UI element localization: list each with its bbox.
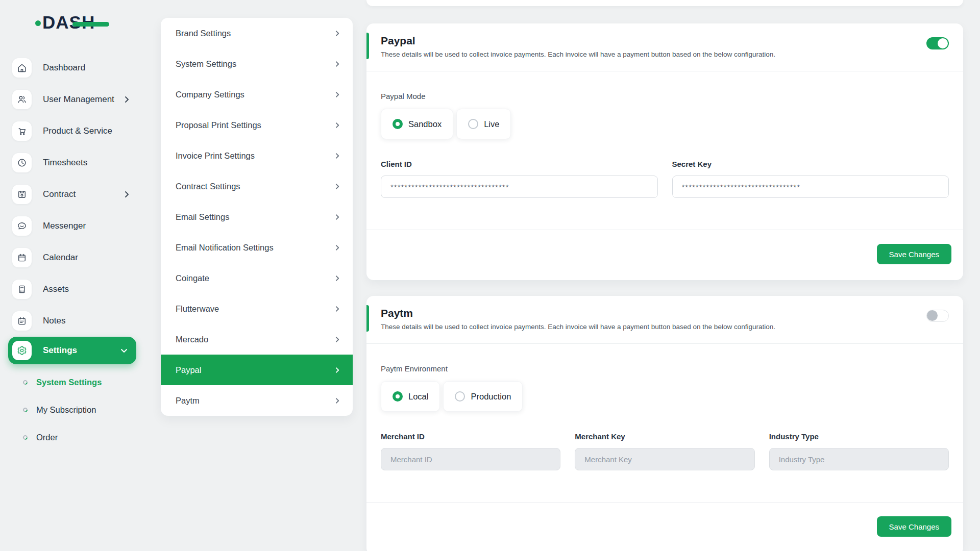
- secret-key-input[interactable]: [672, 176, 949, 198]
- sidebar-subitem-system-settings[interactable]: System Settings: [0, 368, 144, 396]
- menu-item-label: Proposal Print Settings: [176, 120, 261, 130]
- sidebar-item-label: Assets: [43, 284, 69, 294]
- radio-option-label: Local: [408, 392, 428, 402]
- menu-item-system-settings[interactable]: System Settings: [161, 48, 353, 79]
- sidebar-item-product-service[interactable]: Product & Service: [0, 115, 144, 147]
- save-changes-button[interactable]: Save Changes: [877, 516, 951, 537]
- sidebar-subitem-label: My Subscription: [36, 405, 96, 415]
- menu-item-label: Email Notification Settings: [176, 243, 274, 253]
- industry-type-input[interactable]: [769, 448, 949, 470]
- radio-option-label: Live: [484, 119, 499, 129]
- menu-item-invoice-print-settings[interactable]: Invoice Print Settings: [161, 140, 353, 171]
- menu-item-flutterwave[interactable]: Flutterwave: [161, 293, 353, 324]
- main-content: Paypal These details will be used to col…: [366, 0, 963, 551]
- client-id-input[interactable]: [381, 176, 658, 198]
- radio-option-sandbox[interactable]: Sandbox: [381, 109, 453, 139]
- radio-option-label: Production: [471, 392, 511, 402]
- sidebar-item-user-management[interactable]: User Management: [0, 84, 144, 115]
- menu-item-paytm[interactable]: Paytm: [161, 385, 353, 416]
- paypal-fields: Client ID Secret Key: [381, 160, 949, 198]
- chat-icon: [12, 216, 32, 236]
- paytm-enabled-toggle[interactable]: [926, 310, 949, 322]
- home-icon: [12, 58, 32, 78]
- menu-item-coingate[interactable]: Coingate: [161, 263, 353, 293]
- logo-bar-icon: [72, 22, 109, 27]
- sidebar-nav: Dashboard User Management Product & Serv…: [0, 52, 144, 451]
- chevron-right-icon: [335, 91, 339, 98]
- paypal-card: Paypal These details will be used to col…: [366, 23, 963, 280]
- bullet-icon: [22, 379, 29, 386]
- radio-selected-icon: [393, 119, 403, 129]
- merchant-key-label: Merchant Key: [575, 432, 754, 441]
- chevron-right-icon: [335, 214, 339, 220]
- menu-item-company-settings[interactable]: Company Settings: [161, 79, 353, 110]
- chevron-right-icon: [335, 153, 339, 159]
- merchant-id-field-group: Merchant ID: [381, 432, 560, 470]
- paytm-environment-label: Paytm Environment: [381, 364, 949, 373]
- radio-unselected-icon: [468, 119, 478, 129]
- gear-icon: [12, 341, 32, 360]
- sidebar-item-notes[interactable]: Notes: [0, 305, 144, 337]
- menu-item-proposal-print-settings[interactable]: Proposal Print Settings: [161, 110, 353, 140]
- menu-item-email-settings[interactable]: Email Settings: [161, 202, 353, 232]
- save-changes-button[interactable]: Save Changes: [877, 244, 951, 264]
- menu-item-paypal[interactable]: Paypal: [161, 355, 353, 385]
- chevron-right-icon: [335, 183, 339, 190]
- sidebar-item-timesheets[interactable]: Timesheets: [0, 147, 144, 179]
- chevron-down-icon: [120, 348, 128, 353]
- paytm-description: These details will be used to collect in…: [381, 323, 949, 331]
- menu-item-label: Mercado: [176, 335, 208, 344]
- sidebar-item-label: Product & Service: [43, 126, 112, 136]
- sidebar-item-label: Timesheets: [43, 158, 87, 168]
- sidebar-subitem-order[interactable]: Order: [0, 423, 144, 451]
- previous-card-bottom: [366, 0, 963, 6]
- industry-type-label: Industry Type: [769, 432, 949, 441]
- settings-subnav: System Settings My Subscription Order: [0, 368, 144, 451]
- paytm-card-header: Paytm These details will be used to coll…: [366, 296, 963, 344]
- sidebar-item-label: Messenger: [43, 221, 86, 231]
- menu-item-brand-settings[interactable]: Brand Settings: [161, 18, 353, 48]
- chevron-right-icon: [335, 306, 339, 312]
- sidebar-item-settings[interactable]: Settings: [8, 337, 136, 364]
- radio-option-local[interactable]: Local: [381, 381, 440, 412]
- sidebar-item-messenger[interactable]: Messenger: [0, 210, 144, 242]
- sidebar-item-calendar[interactable]: Calendar: [0, 242, 144, 273]
- toggle-knob: [938, 38, 948, 48]
- sidebar-item-label: User Management: [43, 94, 114, 105]
- menu-item-email-notification-settings[interactable]: Email Notification Settings: [161, 232, 353, 263]
- cart-icon: [12, 121, 32, 141]
- radio-option-production[interactable]: Production: [443, 381, 523, 412]
- sidebar-subitem-label: Order: [36, 433, 58, 442]
- calendar-icon: [12, 248, 32, 267]
- sidebar-subitem-my-subscription[interactable]: My Subscription: [0, 396, 144, 423]
- sidebar-item-assets[interactable]: Assets: [0, 273, 144, 305]
- chevron-right-icon: [335, 244, 339, 251]
- paypal-description: These details will be used to collect in…: [381, 51, 949, 58]
- menu-item-contract-settings[interactable]: Contract Settings: [161, 171, 353, 202]
- notes-icon: [12, 311, 32, 331]
- paypal-card-footer: Save Changes: [366, 230, 963, 278]
- paytm-title: Paytm: [381, 307, 949, 319]
- sidebar-item-label: Contract: [43, 189, 76, 199]
- merchant-id-label: Merchant ID: [381, 432, 560, 441]
- sidebar-item-dashboard[interactable]: Dashboard: [0, 52, 144, 84]
- sidebar: DASH Dashboard User Management Product &…: [0, 0, 144, 551]
- menu-item-label: Email Settings: [176, 212, 229, 222]
- radio-option-live[interactable]: Live: [456, 109, 511, 139]
- menu-item-mercado[interactable]: Mercado: [161, 324, 353, 355]
- chevron-right-icon: [125, 191, 129, 198]
- chevron-right-icon: [335, 397, 339, 404]
- chevron-right-icon: [335, 275, 339, 282]
- calculator-icon: [12, 280, 32, 299]
- accent-bar: [366, 305, 369, 332]
- merchant-id-input[interactable]: [381, 448, 560, 470]
- sidebar-item-contract[interactable]: Contract: [0, 179, 144, 210]
- menu-item-label: Flutterwave: [176, 304, 219, 314]
- chevron-right-icon: [335, 122, 339, 129]
- logo-dot-icon: [35, 20, 41, 26]
- paypal-card-header: Paypal These details will be used to col…: [366, 23, 963, 71]
- sidebar-item-label: Settings: [43, 345, 77, 356]
- merchant-key-input[interactable]: [575, 448, 754, 470]
- paypal-enabled-toggle[interactable]: [926, 37, 949, 49]
- sidebar-item-label: Dashboard: [43, 63, 85, 73]
